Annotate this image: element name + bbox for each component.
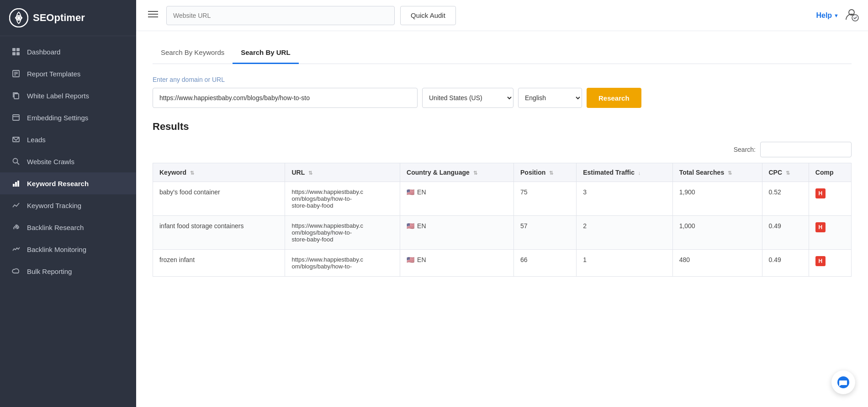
sort-icon: ⇅ <box>308 170 312 176</box>
tab-search-by-url[interactable]: Search By URL <box>233 44 298 64</box>
cell-searches: 1,000 <box>672 216 762 250</box>
cell-url: https://www.happiestbaby.com/blogs/baby/… <box>285 216 400 250</box>
sidebar-item-leads[interactable]: Leads <box>0 129 136 150</box>
svg-line-15 <box>17 162 19 165</box>
copy-icon <box>11 91 21 100</box>
cell-cpc: 0.52 <box>762 182 809 216</box>
sidebar-item-dashboard[interactable]: Dashboard <box>0 41 136 63</box>
cell-country-language: 🇺🇸 EN <box>400 216 514 250</box>
cell-competition: H <box>809 250 851 277</box>
sidebar-item-label: White Label Reports <box>27 92 89 100</box>
research-button[interactable]: Research <box>587 88 641 108</box>
col-country-language[interactable]: Country & Language ⇅ <box>400 163 514 182</box>
tracking-icon <box>11 201 21 210</box>
table-row: baby's food container https://www.happie… <box>153 182 852 216</box>
col-competition[interactable]: Comp <box>809 163 851 182</box>
table-search-label: Search: <box>734 146 756 153</box>
search-row: United States (US) United Kingdom (UK) C… <box>153 88 852 108</box>
svg-rect-17 <box>15 182 17 187</box>
competition-badge: H <box>815 222 826 232</box>
sort-icon: ↓ <box>638 170 641 176</box>
search-section: Enter any domain or URL United States (U… <box>153 76 852 108</box>
results-table: Keyword ⇅ URL ⇅ Country & Language ⇅ P <box>153 163 852 277</box>
embed-icon <box>11 113 21 122</box>
chevron-down-icon: ▼ <box>834 13 839 18</box>
sidebar-item-keyword-research[interactable]: Keyword Research <box>0 172 136 194</box>
sort-icon: ⇅ <box>190 170 194 176</box>
sidebar-item-label: Website Crawls <box>27 158 74 166</box>
sidebar-item-backlink-monitoring[interactable]: Backlink Monitoring <box>0 238 136 260</box>
cell-position: 75 <box>514 182 577 216</box>
brand-name: SEOptimer <box>33 12 85 24</box>
results-section: Results Search: Keyword ⇅ URL ⇅ <box>153 121 852 277</box>
cell-competition: H <box>809 216 851 250</box>
sidebar-item-report-templates[interactable]: Report Templates <box>0 63 136 85</box>
col-cpc[interactable]: CPC ⇅ <box>762 163 809 182</box>
svg-rect-3 <box>16 48 20 51</box>
tab-search-by-keywords[interactable]: Search By Keywords <box>153 44 233 64</box>
cell-position: 66 <box>514 250 577 277</box>
results-title: Results <box>153 121 852 133</box>
hamburger-button[interactable] <box>145 7 161 23</box>
mail-icon <box>11 135 21 144</box>
col-estimated-traffic[interactable]: Estimated Traffic ↓ <box>577 163 672 182</box>
sidebar-item-embedding-settings[interactable]: Embedding Settings <box>0 107 136 129</box>
website-url-input[interactable] <box>166 6 395 25</box>
svg-rect-5 <box>16 52 20 55</box>
us-flag: 🇺🇸 <box>407 222 414 230</box>
chat-bubble-button[interactable] <box>831 370 855 394</box>
logo-area: SEOptimer <box>0 0 136 36</box>
sidebar-item-label: Bulk Reporting <box>27 268 72 275</box>
sort-icon: ⇅ <box>473 170 477 176</box>
cell-keyword: baby's food container <box>153 182 285 216</box>
cell-traffic: 3 <box>577 182 672 216</box>
svg-point-1 <box>17 16 21 20</box>
user-avatar-button[interactable] <box>844 7 859 24</box>
help-button[interactable]: Help ▼ <box>816 11 839 20</box>
content-area: Search By Keywords Search By URL Enter a… <box>136 31 868 407</box>
cell-country-language: 🇺🇸 EN <box>400 250 514 277</box>
search-tabs: Search By Keywords Search By URL <box>153 44 852 64</box>
sidebar-item-backlink-research[interactable]: Backlink Research <box>0 216 136 238</box>
svg-rect-16 <box>13 184 15 187</box>
sort-icon: ⇅ <box>786 170 790 176</box>
svg-rect-2 <box>12 48 16 51</box>
col-keyword[interactable]: Keyword ⇅ <box>153 163 285 182</box>
col-url[interactable]: URL ⇅ <box>285 163 400 182</box>
competition-badge: H <box>815 256 826 266</box>
domain-url-input[interactable] <box>153 88 418 108</box>
sidebar-item-label: Embedding Settings <box>27 114 88 122</box>
cell-cpc: 0.49 <box>762 250 809 277</box>
sidebar-item-label: Report Templates <box>27 70 80 78</box>
table-search-input[interactable] <box>760 142 852 157</box>
col-total-searches[interactable]: Total Searches ⇅ <box>672 163 762 182</box>
svg-rect-10 <box>14 94 19 99</box>
sidebar-item-bulk-reporting[interactable]: Bulk Reporting <box>0 260 136 282</box>
sidebar-item-label: Dashboard <box>27 48 60 56</box>
topbar: Quick Audit Help ▼ <box>136 0 868 31</box>
cell-url: https://www.happiestbaby.com/blogs/baby/… <box>285 250 400 277</box>
competition-badge: H <box>815 188 826 198</box>
sidebar-item-website-crawls[interactable]: Website Crawls <box>0 150 136 172</box>
link-icon <box>11 223 21 232</box>
logo-icon <box>9 8 28 27</box>
svg-rect-18 <box>17 181 19 187</box>
cell-country-language: 🇺🇸 EN <box>400 182 514 216</box>
country-select[interactable]: United States (US) United Kingdom (UK) C… <box>422 88 513 108</box>
sidebar-nav: Dashboard Report Templates White Label R… <box>0 36 136 407</box>
cell-url: https://www.happiestbaby.com/blogs/baby/… <box>285 182 400 216</box>
search-icon <box>11 157 21 166</box>
cell-keyword: frozen infant <box>153 250 285 277</box>
sidebar: SEOptimer Dashboard Report Templates Whi… <box>0 0 136 407</box>
edit-icon <box>11 69 21 78</box>
cell-traffic: 1 <box>577 250 672 277</box>
sidebar-item-label: Keyword Research <box>27 180 89 187</box>
language-select[interactable]: English Spanish French German <box>518 88 582 108</box>
sidebar-item-keyword-tracking[interactable]: Keyword Tracking <box>0 194 136 216</box>
us-flag: 🇺🇸 <box>407 256 414 263</box>
quick-audit-button[interactable]: Quick Audit <box>400 6 456 25</box>
sidebar-item-label: Keyword Tracking <box>27 202 81 209</box>
col-position[interactable]: Position ⇅ <box>514 163 577 182</box>
sidebar-item-white-label-reports[interactable]: White Label Reports <box>0 85 136 107</box>
cell-searches: 1,900 <box>672 182 762 216</box>
